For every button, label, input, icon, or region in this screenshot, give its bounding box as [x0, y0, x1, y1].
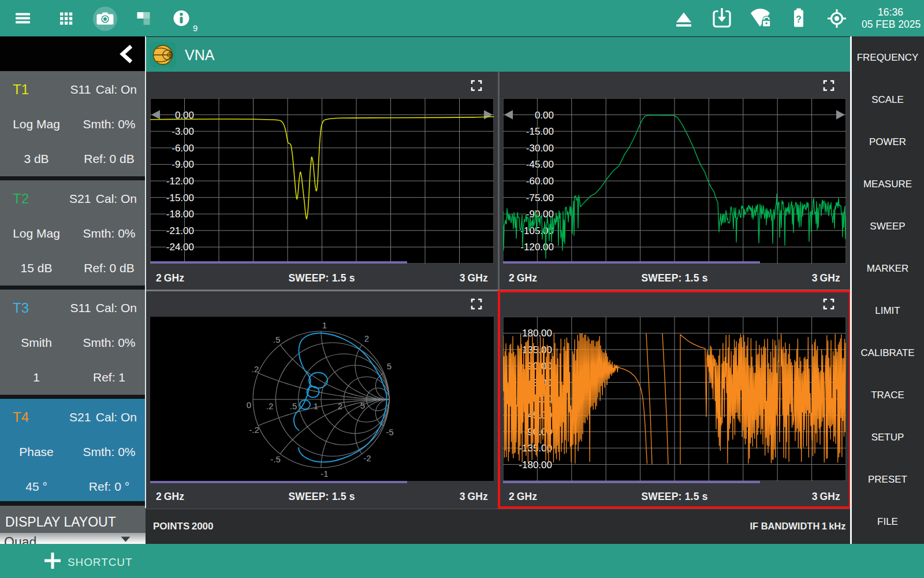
- svg-text:-3.00: -3.00: [172, 126, 194, 137]
- svg-text:0: 0: [247, 400, 251, 410]
- svg-text:-2: -2: [363, 453, 371, 463]
- svg-text:-1: -1: [321, 469, 328, 479]
- svg-text:-45.00: -45.00: [526, 159, 554, 170]
- svg-text:-5: -5: [386, 427, 393, 437]
- svg-text:.5: .5: [290, 401, 297, 411]
- svg-text:1: 1: [322, 320, 327, 330]
- svg-text:?: ?: [796, 14, 802, 24]
- svg-text:-75.00: -75.00: [526, 192, 554, 203]
- svg-text:5: 5: [360, 401, 365, 410]
- svg-text:.2: .2: [252, 364, 259, 374]
- svg-text:-15.00: -15.00: [526, 126, 554, 137]
- svg-text:-18.00: -18.00: [166, 209, 194, 220]
- svg-text:5: 5: [387, 361, 392, 371]
- svg-text:-15.00: -15.00: [166, 192, 194, 203]
- svg-text:.5: .5: [273, 335, 281, 344]
- svg-text:-24.00: -24.00: [166, 242, 194, 253]
- svg-text:-12.00: -12.00: [166, 176, 194, 187]
- svg-text:0.00: 0.00: [535, 110, 554, 121]
- svg-text:-21.00: -21.00: [166, 225, 194, 236]
- svg-text:-6.00: -6.00: [172, 143, 194, 154]
- svg-text:-9.00: -9.00: [172, 159, 194, 170]
- svg-text:.2: .2: [266, 401, 274, 411]
- svg-text:2: 2: [364, 334, 369, 343]
- svg-text:-30.00: -30.00: [526, 143, 554, 154]
- svg-text:9: 9: [193, 23, 198, 33]
- svg-text:1: 1: [314, 401, 318, 411]
- svg-text:-120.00: -120.00: [520, 242, 554, 253]
- svg-text:-.5: -.5: [270, 454, 281, 464]
- svg-text:-60.00: -60.00: [526, 176, 554, 187]
- svg-text:2: 2: [338, 401, 342, 411]
- svg-text:-.2: -.2: [249, 425, 259, 435]
